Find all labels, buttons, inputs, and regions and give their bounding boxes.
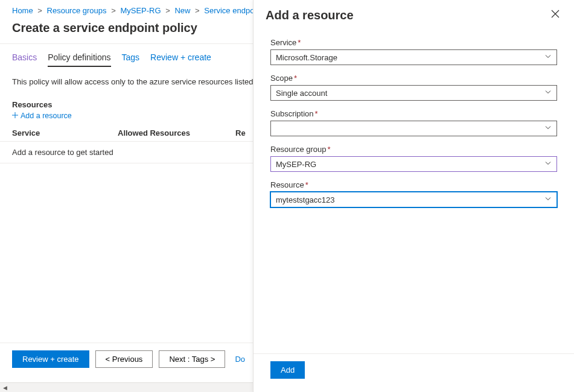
field-subscription: Subscription* bbox=[270, 109, 557, 136]
select-scope-value: Single account bbox=[276, 89, 327, 98]
label-resource: Resource* bbox=[270, 180, 557, 189]
select-service-value: Microsoft.Storage bbox=[276, 53, 337, 62]
breadcrumb-mysep-rg[interactable]: MySEP-RG bbox=[120, 6, 161, 15]
select-subscription[interactable] bbox=[270, 121, 557, 136]
previous-button[interactable]: < Previous bbox=[95, 350, 153, 368]
chevron-down-icon bbox=[544, 89, 552, 98]
add-button[interactable]: Add bbox=[270, 361, 305, 379]
breadcrumb-sep: > bbox=[37, 6, 42, 15]
breadcrumb-resource-groups[interactable]: Resource groups bbox=[47, 6, 107, 15]
next-button[interactable]: Next : Tags > bbox=[159, 350, 225, 368]
tab-policy-definitions[interactable]: Policy definitions bbox=[48, 52, 110, 67]
required-indicator: * bbox=[315, 109, 318, 118]
breadcrumb-sep: > bbox=[111, 6, 116, 15]
required-indicator: * bbox=[294, 74, 297, 83]
col-service: Service bbox=[12, 128, 118, 138]
select-resource[interactable]: myteststgacc123 bbox=[270, 192, 557, 207]
download-link[interactable]: Do bbox=[235, 355, 245, 364]
required-indicator: * bbox=[328, 145, 331, 154]
chevron-down-icon bbox=[544, 160, 552, 169]
breadcrumb-sep: > bbox=[195, 6, 200, 15]
review-create-button[interactable]: Review + create bbox=[12, 350, 89, 368]
tab-tags[interactable]: Tags bbox=[122, 52, 140, 67]
select-service[interactable]: Microsoft.Storage bbox=[270, 49, 557, 65]
scroll-left-icon[interactable]: ◀ bbox=[0, 383, 10, 392]
required-indicator: * bbox=[305, 180, 308, 189]
plus-icon bbox=[12, 112, 18, 120]
chevron-down-icon bbox=[544, 124, 552, 133]
select-resource-group[interactable]: MySEP-RG bbox=[270, 156, 557, 172]
breadcrumb-sep: > bbox=[165, 6, 170, 15]
select-resource-value: myteststgacc123 bbox=[276, 195, 335, 204]
tab-basics[interactable]: Basics bbox=[12, 52, 37, 67]
chevron-down-icon bbox=[544, 53, 552, 62]
label-scope: Scope* bbox=[270, 74, 557, 83]
close-icon[interactable] bbox=[549, 8, 562, 21]
field-scope: Scope* Single account bbox=[270, 74, 557, 101]
breadcrumb-service-endpoint[interactable]: Service endpoin bbox=[204, 6, 260, 15]
tab-review-create[interactable]: Review + create bbox=[150, 52, 211, 67]
breadcrumb-home[interactable]: Home bbox=[12, 6, 33, 15]
field-service: Service* Microsoft.Storage bbox=[270, 38, 557, 65]
required-indicator: * bbox=[298, 38, 301, 47]
add-resource-label: Add a resource bbox=[21, 112, 72, 120]
chevron-down-icon bbox=[544, 195, 552, 204]
field-resource: Resource* myteststgacc123 bbox=[270, 180, 557, 207]
select-resource-group-value: MySEP-RG bbox=[276, 160, 316, 169]
flyout-title: Add a resource bbox=[266, 8, 354, 22]
field-resource-group: Resource group* MySEP-RG bbox=[270, 145, 557, 172]
label-service: Service* bbox=[270, 38, 557, 47]
label-subscription: Subscription* bbox=[270, 109, 557, 118]
add-resource-flyout: Add a resource Service* Microsoft.Storag… bbox=[253, 0, 574, 392]
label-resource-group: Resource group* bbox=[270, 145, 557, 154]
col-allowed: Allowed Resources bbox=[118, 128, 235, 138]
select-scope[interactable]: Single account bbox=[270, 85, 557, 101]
breadcrumb-new[interactable]: New bbox=[174, 6, 190, 15]
